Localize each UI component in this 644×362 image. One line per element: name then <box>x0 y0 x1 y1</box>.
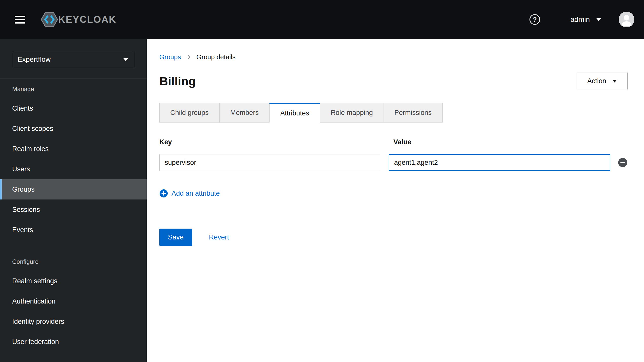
tab-permissions[interactable]: Permissions <box>384 103 443 123</box>
sidebar-item-groups[interactable]: Groups <box>0 179 147 199</box>
nav-section-configure: Configure Realm settings Authentication … <box>0 258 147 352</box>
avatar[interactable] <box>619 12 634 27</box>
page-title: Billing <box>159 74 196 88</box>
attribute-row <box>159 154 628 171</box>
add-attribute-link[interactable]: Add an attribute <box>159 189 220 198</box>
keycloak-logo-icon <box>41 12 58 27</box>
tabs: Child groups Members Attributes Role map… <box>159 103 628 123</box>
save-button[interactable]: Save <box>159 229 192 246</box>
form-actions: Save Revert <box>159 229 628 246</box>
user-menu[interactable]: admin <box>571 15 601 24</box>
realm-selector-area: Expertflow <box>0 39 147 78</box>
chevron-down-icon <box>123 58 128 61</box>
chevron-right-icon <box>186 55 191 59</box>
sidebar-item-sessions[interactable]: Sessions <box>0 199 147 220</box>
tab-role-mapping[interactable]: Role mapping <box>320 103 384 123</box>
key-column-header: Key <box>159 138 389 146</box>
chevron-down-icon <box>612 80 617 83</box>
breadcrumb: Groups Group details <box>159 53 628 61</box>
main-content: Groups Group details Billing Action Chil… <box>147 39 644 362</box>
sidebar-item-realm-settings[interactable]: Realm settings <box>0 271 147 291</box>
nav-list-configure: Realm settings Authentication Identity p… <box>0 271 147 352</box>
nav-list-manage: Clients Client scopes Realm roles Users … <box>0 98 147 240</box>
attribute-value-input[interactable] <box>389 154 611 171</box>
value-column-header: Value <box>389 138 411 146</box>
attribute-key-input[interactable] <box>159 154 380 171</box>
sidebar-item-realm-roles[interactable]: Realm roles <box>0 139 147 159</box>
tab-attributes[interactable]: Attributes <box>269 103 320 123</box>
sidebar: Expertflow Manage Clients Client scopes … <box>0 39 147 362</box>
nav-section-title: Configure <box>0 258 147 265</box>
sidebar-item-user-federation[interactable]: User federation <box>0 332 147 352</box>
plus-circle-icon <box>159 189 168 198</box>
action-dropdown-label: Action <box>587 77 606 85</box>
minus-circle-icon <box>618 158 628 167</box>
action-dropdown-button[interactable]: Action <box>577 72 628 90</box>
nav-toggle-button[interactable] <box>12 11 28 28</box>
keycloak-logo: KEYCLOAK <box>41 12 116 27</box>
user-avatar-icon <box>619 12 634 27</box>
sidebar-item-users[interactable]: Users <box>0 159 147 179</box>
breadcrumb-current: Group details <box>196 53 236 61</box>
hamburger-icon <box>15 16 25 24</box>
sidebar-item-identity-providers[interactable]: Identity providers <box>0 311 147 332</box>
app-header: KEYCLOAK ? admin <box>0 0 644 39</box>
attributes-headers: Key Value <box>159 138 628 146</box>
keycloak-logo-text: KEYCLOAK <box>58 14 116 25</box>
sidebar-item-client-scopes[interactable]: Client scopes <box>0 118 147 139</box>
add-attribute-label: Add an attribute <box>172 190 220 197</box>
sidebar-item-authentication[interactable]: Authentication <box>0 291 147 311</box>
realm-name: Expertflow <box>17 55 51 64</box>
remove-attribute-button[interactable] <box>618 158 628 167</box>
realm-selector[interactable]: Expertflow <box>13 51 134 68</box>
revert-button[interactable]: Revert <box>209 233 229 241</box>
username: admin <box>571 15 590 24</box>
tab-members[interactable]: Members <box>219 103 270 123</box>
attributes-form: Key Value Add an at <box>159 138 628 246</box>
chevron-down-icon <box>596 18 601 21</box>
help-icon[interactable]: ? <box>529 14 540 25</box>
title-row: Billing Action <box>159 72 628 90</box>
sidebar-item-clients[interactable]: Clients <box>0 98 147 118</box>
sidebar-item-events[interactable]: Events <box>0 220 147 240</box>
breadcrumb-groups-link[interactable]: Groups <box>159 53 181 61</box>
nav-section-title: Manage <box>0 86 147 93</box>
header-right: ? admin <box>529 12 644 27</box>
tab-child-groups[interactable]: Child groups <box>159 103 220 123</box>
nav-section-manage: Manage Clients Client scopes Realm roles… <box>0 86 147 240</box>
